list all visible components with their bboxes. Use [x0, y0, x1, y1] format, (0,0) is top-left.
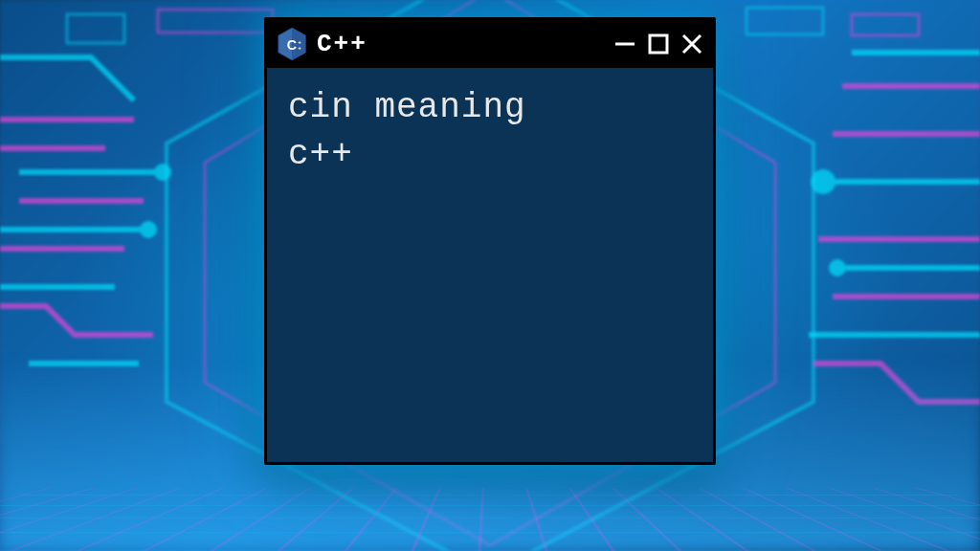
- svg-text:+: +: [298, 44, 301, 51]
- cpp-icon: C + +: [277, 27, 307, 61]
- svg-point-0: [157, 166, 168, 178]
- window-controls: [613, 33, 703, 55]
- close-button[interactable]: [680, 33, 703, 55]
- svg-text:C: C: [287, 37, 297, 53]
- svg-rect-4: [67, 14, 124, 43]
- floor-grid: [0, 488, 980, 551]
- terminal-body[interactable]: cin meaning c++: [267, 68, 713, 195]
- svg-rect-5: [158, 10, 273, 33]
- window-title: C++: [317, 30, 604, 58]
- svg-point-3: [832, 262, 843, 274]
- terminal-line-2: c++: [288, 132, 692, 179]
- svg-point-1: [143, 224, 154, 235]
- maximize-button[interactable]: [648, 33, 669, 55]
- svg-point-2: [813, 172, 833, 191]
- svg-rect-7: [852, 14, 919, 35]
- svg-rect-6: [746, 8, 823, 34]
- minimize-button[interactable]: [613, 33, 636, 55]
- svg-rect-12: [650, 35, 667, 53]
- titlebar[interactable]: C + + C++: [267, 20, 713, 68]
- terminal-line-1: cin meaning: [288, 85, 692, 132]
- terminal-window: C + + C++ cin meaning c++: [264, 17, 716, 465]
